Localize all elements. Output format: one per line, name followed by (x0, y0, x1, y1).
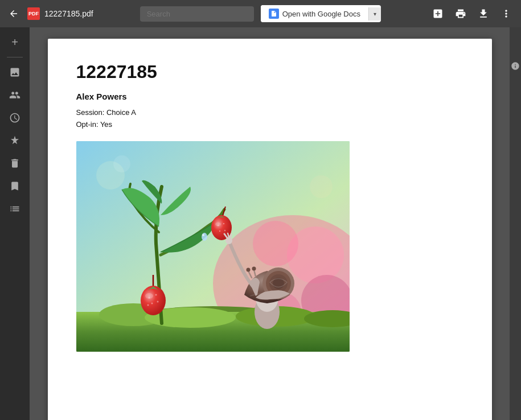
google-docs-icon (269, 9, 279, 19)
toolbar: PDF 12227185.pdf Open with Google Docs ▾ (0, 0, 521, 27)
right-sidebar (510, 27, 521, 420)
svg-point-26 (202, 234, 204, 236)
download-button[interactable] (473, 3, 494, 24)
new-tab-button[interactable] (428, 3, 448, 24)
pdf-icon: PDF (27, 7, 40, 20)
left-sidebar: + (0, 27, 30, 420)
print-button[interactable] (450, 3, 471, 24)
svg-point-15 (151, 302, 153, 304)
clock-sidebar-button[interactable] (5, 108, 25, 128)
toolbar-right (428, 3, 516, 24)
svg-point-43 (310, 175, 333, 198)
open-btn-label: Open with Google Docs (282, 10, 360, 18)
svg-point-22 (219, 230, 220, 231)
open-btn-dropdown[interactable]: ▾ (368, 7, 381, 20)
svg-point-12 (141, 286, 166, 315)
toolbar-left: PDF 12227185.pdf (5, 5, 93, 23)
svg-point-23 (224, 229, 225, 230)
pdf-nature-image (76, 141, 350, 352)
open-with-google-docs-group: Open with Google Docs ▾ (261, 5, 381, 22)
trash-sidebar-button[interactable] (5, 153, 25, 174)
settings-button[interactable] (496, 3, 516, 24)
pdf-session-info: Session: Choice A Opt-in: Yes (76, 107, 463, 131)
pdf-page: 12227185 Alex Powers Session: Choice A O… (48, 39, 492, 420)
filename-label: 12227185.pdf (44, 9, 93, 18)
list-sidebar-button[interactable] (5, 199, 25, 219)
svg-point-36 (252, 266, 256, 270)
pdf-person-name: Alex Powers (76, 92, 463, 101)
right-panel-button[interactable] (511, 61, 520, 71)
svg-point-3 (253, 221, 298, 266)
pdf-viewer-area[interactable]: 12227185 Alex Powers Session: Choice A O… (30, 27, 510, 420)
star-sidebar-button[interactable] (5, 130, 25, 151)
svg-point-18 (145, 293, 153, 299)
add-button[interactable]: + (5, 32, 25, 52)
svg-point-14 (155, 294, 157, 295)
svg-point-25 (202, 233, 207, 241)
svg-point-17 (147, 304, 149, 306)
svg-point-24 (215, 222, 221, 226)
optin-label: Opt-in: Yes (76, 120, 113, 129)
note-sidebar-button[interactable] (5, 176, 25, 196)
svg-point-35 (246, 267, 250, 271)
search-input[interactable] (140, 6, 254, 22)
image-sidebar-button[interactable] (5, 62, 25, 83)
svg-point-42 (113, 155, 130, 172)
toolbar-center: Open with Google Docs ▾ (98, 5, 423, 22)
svg-point-21 (223, 223, 224, 224)
people-sidebar-button[interactable] (5, 85, 25, 105)
svg-point-16 (157, 300, 158, 302)
sidebar-divider-1 (7, 57, 23, 57)
open-with-google-docs-button[interactable]: Open with Google Docs (261, 5, 368, 22)
session-label: Session: Choice A (76, 108, 137, 117)
back-button[interactable] (5, 5, 23, 23)
pdf-document-id: 12227185 (76, 61, 463, 83)
main-content: + (0, 27, 521, 420)
svg-line-40 (231, 234, 231, 238)
